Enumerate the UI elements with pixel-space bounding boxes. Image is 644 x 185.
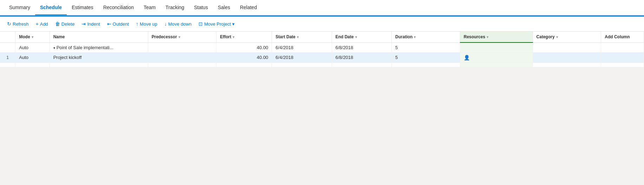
row-0-duration[interactable]: 5 <box>392 42 460 52</box>
tab-estimates[interactable]: Estimates <box>67 0 98 15</box>
col-header-name[interactable]: Name <box>50 32 148 42</box>
effort-sort-icon: ▾ <box>233 35 234 39</box>
table-row <box>0 62 644 67</box>
row-1-effort[interactable]: 40.00 <box>216 52 272 62</box>
row-0-startdate[interactable]: 6/4/2018 <box>272 42 332 52</box>
col-header-effort[interactable]: Effort ▾ <box>216 32 272 42</box>
enddate-sort-icon: ▾ <box>355 35 357 39</box>
outdent-icon: ⇤ <box>107 21 111 27</box>
col-header-enddate[interactable]: End Date ▾ <box>332 32 391 42</box>
row-1-duration[interactable]: 5 <box>392 52 460 62</box>
user-icon-sm: 👤 <box>464 55 470 60</box>
col-header-mode[interactable]: Mode ▾ <box>15 32 50 42</box>
add-icon: + <box>36 21 39 27</box>
col-header-startdate[interactable]: Start Date ▾ <box>272 32 332 42</box>
move-project-label: Move Project <box>204 21 231 27</box>
row-2-predecessor[interactable] <box>148 62 216 67</box>
mode-sort-icon: ▾ <box>32 35 33 39</box>
row-1-enddate[interactable]: 6/8/2018 <box>332 52 391 62</box>
tab-tracking[interactable]: Tracking <box>161 0 189 15</box>
row-1-category[interactable] <box>533 52 601 62</box>
move-down-button[interactable]: ↓ Move down <box>162 19 194 28</box>
row-1-mode[interactable]: Auto <box>15 52 50 62</box>
row-2-mode[interactable] <box>15 62 50 67</box>
indent-button[interactable]: ⇥ Indent <box>79 19 103 28</box>
add-label: Add <box>40 21 48 27</box>
move-up-label: Move up <box>140 21 157 27</box>
row-1-startdate[interactable]: 6/4/2018 <box>272 52 332 62</box>
grid-header-row: Mode ▾ Name Predecessor ▾ <box>0 32 644 42</box>
tab-schedule[interactable]: Schedule <box>35 0 67 15</box>
row-2-addcol <box>601 62 644 67</box>
row-0-enddate[interactable]: 6/8/2018 <box>332 42 391 52</box>
row-1-predecessor[interactable] <box>148 52 216 62</box>
row-1-name[interactable]: Project kickoff <box>50 52 148 62</box>
row-0-num <box>0 42 15 52</box>
row-1-addcol <box>601 52 644 62</box>
row-2-enddate[interactable] <box>332 62 391 67</box>
col-header-addcolumn[interactable]: Add Column <box>601 32 644 42</box>
move-up-button[interactable]: ↑ Move up <box>133 19 160 28</box>
main-content: Mode ▾ Name Predecessor ▾ <box>0 32 644 67</box>
refresh-icon: ↻ <box>7 21 11 27</box>
resources-sort-icon: ▾ <box>487 35 488 39</box>
refresh-label: Refresh <box>13 21 29 27</box>
row-0-category[interactable] <box>533 42 601 52</box>
tab-reconciliation[interactable]: Reconciliation <box>98 0 139 15</box>
schedule-grid: Mode ▾ Name Predecessor ▾ <box>0 32 644 67</box>
indent-label: Indent <box>87 21 100 27</box>
tab-sales[interactable]: Sales <box>213 0 235 15</box>
row-2-duration[interactable] <box>392 62 460 67</box>
col-header-resources[interactable]: Resources ▾ <box>460 32 533 42</box>
row-2-num <box>0 62 15 67</box>
row-0-mode[interactable]: Auto <box>15 42 50 52</box>
col-header-predecessor[interactable]: Predecessor ▾ <box>148 32 216 42</box>
toolbar: ↻ Refresh + Add 🗑 Delete ⇥ Indent ⇤ Outd… <box>0 16 644 32</box>
col-header-category[interactable]: Category ▾ <box>533 32 601 42</box>
col-header-duration[interactable]: Duration ▾ <box>392 32 460 42</box>
nav-tabs: Summary Schedule Estimates Reconciliatio… <box>0 0 644 15</box>
row-0-chevron: ▾ <box>53 46 55 50</box>
move-down-label: Move down <box>168 21 191 27</box>
tab-summary[interactable]: Summary <box>4 0 35 15</box>
tab-related[interactable]: Related <box>235 0 262 15</box>
row-0-addcol <box>601 42 644 52</box>
add-button[interactable]: + Add <box>33 19 51 28</box>
predecessor-sort-icon: ▾ <box>178 35 180 39</box>
move-project-button[interactable]: ⊡ Move Project ▾ <box>196 19 238 28</box>
startdate-sort-icon: ▾ <box>297 35 299 39</box>
row-0-resources[interactable] <box>460 42 533 52</box>
tab-status[interactable]: Status <box>189 0 213 15</box>
table-row: Auto ▾Point of Sale implementati... 40.0… <box>0 42 644 52</box>
move-project-icon: ⊡ <box>199 21 203 27</box>
row-2-effort[interactable] <box>216 62 272 67</box>
row-0-name[interactable]: ▾Point of Sale implementati... <box>50 42 148 52</box>
duration-sort-icon: ▾ <box>414 35 416 39</box>
delete-button[interactable]: 🗑 Delete <box>52 19 78 28</box>
outdent-button[interactable]: ⇤ Outdent <box>104 19 132 28</box>
row-1-num: 1 <box>0 52 15 62</box>
row-0-effort[interactable]: 40.00 <box>216 42 272 52</box>
grid-scroll-container[interactable]: Mode ▾ Name Predecessor ▾ <box>0 32 644 67</box>
category-sort-icon: ▾ <box>556 35 558 39</box>
row-2-resources[interactable] <box>460 62 533 67</box>
move-up-icon: ↑ <box>136 21 138 27</box>
refresh-button[interactable]: ↻ Refresh <box>4 19 32 28</box>
tab-team[interactable]: Team <box>139 0 161 15</box>
row-2-category[interactable] <box>533 62 601 67</box>
delete-label: Delete <box>61 21 75 27</box>
table-row: 1 Auto Project kickoff 40.00 6/4/2018 6/… <box>0 52 644 62</box>
indent-icon: ⇥ <box>82 21 86 27</box>
col-header-rownum <box>0 32 15 42</box>
delete-icon: 🗑 <box>55 21 60 27</box>
grid-body: Auto ▾Point of Sale implementati... 40.0… <box>0 42 644 67</box>
row-2-startdate[interactable] <box>272 62 332 67</box>
outdent-label: Outdent <box>113 21 129 27</box>
row-1-resources[interactable]: 👤 <box>460 52 533 62</box>
row-0-predecessor[interactable] <box>148 42 216 52</box>
move-project-chevron: ▾ <box>232 21 235 27</box>
row-2-name[interactable] <box>50 62 148 67</box>
move-down-icon: ↓ <box>164 21 167 27</box>
